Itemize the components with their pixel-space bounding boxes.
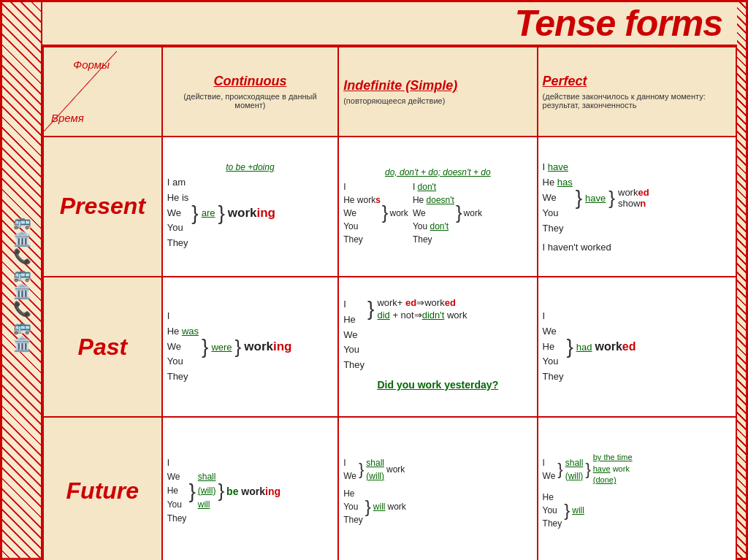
brace-future-perfect-top2: } [585,460,590,479]
future-indef-top: I We } shall (will) work [343,456,532,483]
present-indefinite-cell: do, don't + do; doesn't + do I He works … [338,137,537,277]
future-perfect-will: will [572,505,584,515]
past-perfect-result: worked [595,340,636,353]
future-perfect-bottom: He You They } will [543,491,731,530]
brace-past-cont2: } [235,336,242,358]
future-continuous-cell: I We He You They } shall (will) will } [162,417,338,560]
present-are: are [202,206,215,221]
future-perfect-bottom-pronouns: He You They [543,491,562,530]
table-header-row: Формы Время Continuous (действие, происх… [43,47,736,137]
brace-past-cont: } [202,335,208,358]
future-label: Future [43,417,162,560]
present-indef-left: I He works We You They } work [343,180,408,246]
table-wrapper: Tense forms Формы Время Continuous (дейс… [42,2,737,558]
perfect-title: Perfect [543,74,731,89]
main-container: 🚌🏛️📞🚌🏛️📞🚌🏛️ Tense forms Формы Время [0,0,748,560]
brace-perfect-present: } [576,186,582,210]
brace-future-perfect-bottom: } [564,500,570,521]
formy-label: Формы [73,58,110,71]
vremya-label: Время [51,112,84,124]
present-indef-pronouns-right: I don't He doesn't We You don't They [413,180,454,246]
continuous-title: Continuous [167,74,333,89]
present-perfect-have: have [585,193,606,204]
brace-future-cont2: } [218,480,224,502]
future-cont-pronouns: I We He You They [167,456,187,526]
diagonal-cell: Формы Время [44,51,117,131]
past-label: Past [43,277,162,417]
present-perfect-pronouns: I have He has We You They [543,160,573,236]
future-indef-top-aux: shall (will) [366,456,384,483]
brace-present-cont2: } [218,203,224,223]
present-row: Present to be +doing I am He is We You T… [43,137,736,277]
present-pronouns: I am He is We You They [167,175,189,251]
perfect-header: Perfect (действие закончилось к данному … [538,47,736,137]
present-indefinite-formula: do, don't + do; doesn't + do [343,167,532,177]
present-continuous-content: I am He is We You They } are } working [167,175,333,251]
past-indefinite-cell: I He We You They } work+ ed⇒worked did +… [338,277,537,417]
brace-indef-right: } [456,202,462,224]
past-row: Past I He was We You They } were } [43,277,736,417]
past-cont-pronouns: I He was We You They [167,309,199,385]
tense-table: Формы Время Continuous (действие, происх… [42,46,737,560]
brace-future-indef-bottom: } [365,496,371,517]
present-perfect-content: I have He has We You They } have } worke… [543,160,731,236]
present-continuous-cell: to be +doing I am He is We You They } ar… [162,137,338,277]
future-indef-will: will [373,502,386,512]
past-cont-result: working [244,340,291,354]
future-perfect-result: by the time have work (done) [593,452,633,486]
page-title: Tense forms [515,2,722,45]
future-row: Future I We He You They } shall [43,417,736,560]
future-perfect-top-aux: shall (will) [565,456,584,483]
brace-past-perfect: } [566,335,573,358]
continuous-subtitle: (действие, происходящее в данный момент) [167,92,333,110]
present-indef-pronouns-left: I He works We You They [343,180,381,246]
brace-present-cont: } [191,203,198,223]
future-indef-content: I We } shall (will) work [343,456,532,526]
continuous-header: Continuous (действие, происходящее в дан… [162,47,338,137]
future-perfect-content: I We } shall (will) } by the time [543,452,731,529]
present-continuous-formula: to be +doing [167,162,333,172]
future-cont-aux: shall (will) will [198,470,216,513]
past-indef-formulas: work+ ed⇒worked did + not⇒didn't work [377,297,467,321]
future-perfect-top: I We } shall (will) } by the time [543,452,731,486]
past-perfect-cell: I We He You They } had worked [538,277,736,417]
past-indef-content: I He We You They } work+ ed⇒worked did +… [343,297,532,373]
future-perfect-cell: I We } shall (will) } by the time [538,417,736,560]
indefinite-title: Indefinite (Simple) [343,78,532,93]
brace-future-cont: } [188,480,195,503]
past-continuous-content: I He was We You They } were } working [167,309,333,385]
past-indef-question: Did you work yesterday? [343,373,532,396]
indefinite-header: Indefinite (Simple) (повторяющееся дейст… [338,47,537,137]
future-indefinite-cell: I We } shall (will) work [338,417,537,560]
right-decoration [737,2,746,560]
past-indef-pronouns: I He We You They [343,297,365,373]
brace-indef-left: } [382,202,389,224]
brace-perfect-present2: } [608,187,615,210]
diagonal-header-cell: Формы Время [43,47,162,137]
present-indef-right: I don't He doesn't We You don't They } w… [413,180,482,246]
brace-future-indef-top: } [359,460,364,479]
present-indefinite-content: I He works We You They } work [343,180,532,246]
future-indef-bottom: He You They } will work [343,487,532,526]
past-continuous-cell: I He was We You They } were } working [162,277,338,417]
future-indef-bottom-pronouns: He You They [343,487,363,526]
future-cont-content: I We He You They } shall (will) will } [167,456,333,526]
past-perfect-had: had [576,342,592,353]
future-cont-result: be working [226,486,280,497]
brace-past-indef: } [367,297,374,321]
past-perfect-content: I We He You They } had worked [543,309,731,385]
present-perfect-note: I haven't worked [543,242,731,253]
brace-future-perfect-top: } [557,460,562,479]
future-perfect-top-pronouns: I We [543,456,556,483]
present-continuous-result: working [228,206,275,220]
future-indef-top-pronouns: I We [343,456,356,483]
indefinite-subtitle: (повторяющееся действие) [343,96,532,105]
present-perfect-cell: I have He has We You They } have } worke… [538,137,736,277]
present-label: Present [43,137,162,277]
past-perfect-pronouns: I We He You They [543,309,564,385]
past-cont-were: were [211,342,232,353]
present-perfect-results: worked shown [618,187,649,209]
left-decoration: 🚌🏛️📞🚌🏛️📞🚌🏛️ [2,2,42,560]
perfect-subtitle: (действие закончилось к данному моменту:… [543,92,731,110]
